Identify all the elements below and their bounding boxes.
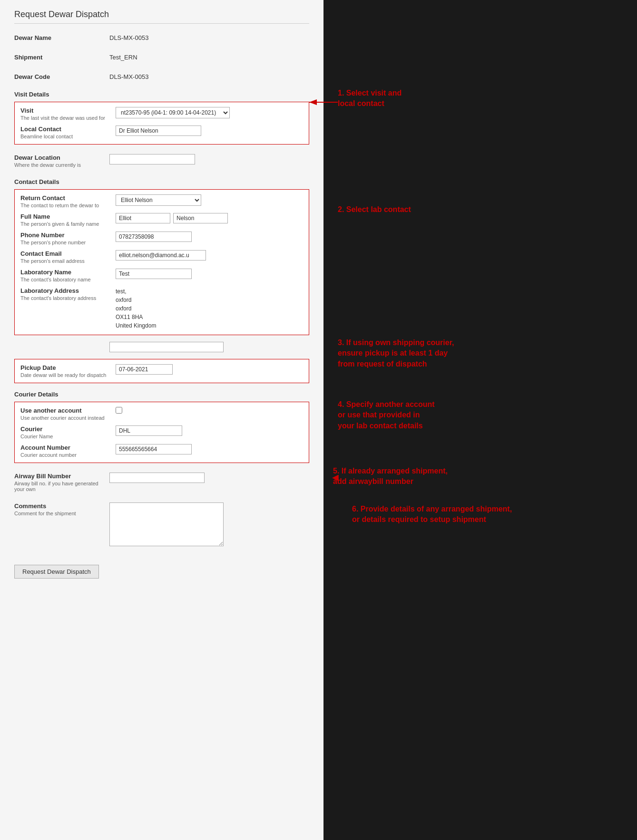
pickup-date-input[interactable] [116,364,173,375]
account-sublabel: Courier account number [20,452,116,458]
airway-bill-sublabel: Airway bill no. if you have generated yo… [14,481,109,492]
shipment-label: Shipment [14,54,109,61]
courier-details-section: Use another account Use another courier … [14,402,309,463]
annotation-5: 5. If already arranged shipment, add air… [333,466,448,487]
airway-bill-label: Airway Bill Number [14,473,109,480]
visit-select[interactable]: nt23570-95 (i04-1: 09:00 14-04-2021) [116,107,230,118]
contact-details-section: Return Contact The contact to return the… [14,189,309,335]
courier-sublabel: Courier Name [20,434,116,439]
dewar-code-value: DLS-MX-0053 [109,71,148,82]
phone-sublabel: The person's phone number [20,240,116,245]
courier-input[interactable] [116,425,182,436]
lab-address-row: Laboratory Address The contact's laborat… [20,287,303,330]
contact-details-section-title: Contact Details [14,178,309,185]
dewar-location-input[interactable] [109,154,195,164]
lab-address-text: test, oxford oxford OX11 8HA United King… [116,287,303,330]
submit-button[interactable]: Request Dewar Dispatch [14,565,99,579]
return-contact-row: Return Contact The contact to return the… [20,194,303,208]
pickup-section: Pickup Date Date dewar will be ready for… [14,359,309,383]
courier-label: Courier [20,425,116,433]
email-row: Contact Email The person's email address [20,250,303,264]
account-label: Account Number [20,444,116,451]
comments-sublabel: Comment for the shipment [14,511,109,516]
comments-row: Comments Comment for the shipment [14,500,309,550]
dewar-location-row: Dewar Location Where the dewar currently… [14,151,309,171]
visit-details-section-title: Visit Details [14,91,309,98]
local-contact-sublabel: Beamline local contact [20,134,116,139]
last-name-input[interactable] [173,213,228,223]
dewar-location-label: Dewar Location [14,154,109,161]
full-name-label: Full Name [20,213,116,220]
shipment-row: Shipment Test_ERN [14,51,309,64]
visit-contact-section: Visit The last visit the dewar was used … [14,102,309,145]
comments-textarea[interactable] [109,502,224,546]
lab-name-label: Laboratory Name [20,269,116,276]
dewar-name-value: DLS-MX-0053 [109,32,148,43]
extra-input[interactable] [109,342,224,352]
visit-label: Visit [20,107,116,114]
dewar-location-sublabel: Where the dewar currently is [14,162,109,168]
courier-details-title: Courier Details [14,391,309,398]
account-input[interactable] [116,444,192,454]
lab-address-label: Laboratory Address [20,287,116,294]
annotation-4: 4. Specify another account or use that p… [338,399,435,431]
return-contact-sublabel: The contact to return the dewar to [20,203,116,208]
shipment-value: Test_ERN [109,52,137,63]
courier-row: Courier Courier Name [20,425,303,439]
use-another-label: Use another account [20,407,116,414]
phone-input[interactable] [116,232,192,242]
first-name-input[interactable] [116,213,170,223]
dewar-name-label: Dewar Name [14,34,109,41]
local-contact-row: Local Contact Beamline local contact [20,126,303,139]
local-contact-label: Local Contact [20,126,116,133]
airway-bill-input[interactable] [109,473,205,483]
return-contact-label: Return Contact [20,194,116,202]
name-pair [116,213,303,223]
annotation-2: 2. Select lab contact [338,204,411,215]
comments-label: Comments [14,502,109,510]
visit-row: Visit The last visit the dewar was used … [20,107,303,121]
use-another-checkbox[interactable] [116,407,122,414]
extra-field-row [14,342,309,352]
annotation-1: 1. Select visit and local contact [338,88,402,109]
dewar-code-label: Dewar Code [14,73,109,80]
annotation-3: 3. If using own shipping courier, ensure… [338,338,454,369]
airway-bill-row: Airway Bill Number Airway bill no. if yo… [14,470,309,495]
phone-row: Phone Number The person's phone number [20,232,303,245]
account-row: Account Number Courier account number [20,444,303,458]
annotation-6: 6. Provide details of any arranged shipm… [352,504,512,525]
email-input[interactable] [116,250,206,261]
pickup-row: Pickup Date Date dewar will be ready for… [20,364,303,378]
pickup-label: Pickup Date [20,364,116,371]
lab-address-sublabel: The contact's laboratory address [20,295,116,301]
annotation-5-arrow: ◀ [332,472,339,483]
lab-name-input[interactable] [116,269,192,279]
use-another-row: Use another account Use another courier … [20,407,303,421]
phone-label: Phone Number [20,232,116,239]
annotations-panel: 1. Select visit and local contact 2. Sel… [323,0,637,840]
local-contact-input[interactable] [116,126,201,136]
page-title: Request Dewar Dispatch [14,10,309,24]
full-name-sublabel: The person's given & family name [20,221,116,227]
return-contact-select[interactable]: Elliot Nelson [116,194,201,206]
lab-name-sublabel: The contact's laboratory name [20,277,116,282]
full-name-row: Full Name The person's given & family na… [20,213,303,227]
dewar-name-row: Dewar Name DLS-MX-0053 [14,31,309,44]
visit-sublabel: The last visit the dewar was used for [20,115,116,121]
use-another-sublabel: Use another courier account instead [20,415,116,421]
pickup-sublabel: Date dewar will be ready for dispatch [20,372,116,378]
email-label: Contact Email [20,250,116,257]
lab-name-row: Laboratory Name The contact's laboratory… [20,269,303,282]
email-sublabel: The person's email address [20,258,116,264]
dewar-code-row: Dewar Code DLS-MX-0053 [14,70,309,83]
